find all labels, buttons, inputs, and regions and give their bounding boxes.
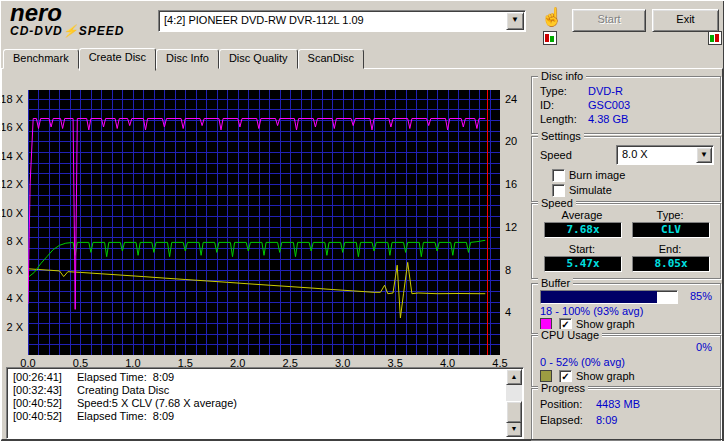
exit-button[interactable]: Exit: [652, 9, 719, 32]
scroll-thumb[interactable]: [506, 401, 522, 423]
buffer-percent: 85%: [678, 290, 712, 302]
speed-group: Speed Average Type: 7.68x CLV Start: End…: [531, 203, 721, 279]
disc-id-value: GSC003: [588, 99, 630, 111]
tab-disc-quality[interactable]: Disc Quality: [219, 49, 298, 69]
disc-type-value: DVD-R: [588, 85, 623, 97]
tab-bar: BenchmarkCreate DiscDisc InfoDisc Qualit…: [3, 48, 364, 70]
cpu-range-text: 0 - 52% (0% avg): [540, 356, 625, 368]
drive-selector-arrow-icon[interactable]: ▼: [506, 12, 524, 30]
tab-disc-info[interactable]: Disc Info: [156, 49, 219, 69]
y-right-tick-label: 8: [505, 264, 511, 276]
log-scrollbar[interactable]: ▲ ▼: [506, 369, 522, 437]
elapsed-value: 8:09: [596, 414, 617, 426]
type-label: Type:: [632, 209, 708, 221]
y-axis-right: 4812162024: [503, 90, 527, 355]
app-logo: nero CD-DVD⚡SPEED: [10, 2, 150, 38]
start-button[interactable]: Start: [572, 9, 646, 32]
y-left-tick-label: 12 X: [0, 178, 23, 190]
log-list: [00:26:41]Elapsed Time: 8:09[00:32:43]Cr…: [7, 368, 506, 438]
y-left-tick-label: 8 X: [6, 235, 23, 247]
burn-image-label: Burn image: [569, 169, 625, 181]
cpu-group: CPU Usage 0% 0 - 52% (0% avg) ✓ Show gra…: [531, 335, 721, 387]
buffer-bar-fill: [541, 291, 657, 303]
status-led-icon: [708, 31, 722, 45]
elapsed-label: Elapsed:: [540, 414, 583, 426]
activity-led-icon: [543, 31, 557, 45]
buffer-title: Buffer: [538, 277, 573, 289]
y-left-tick-label: 18 X: [0, 93, 23, 105]
hand-cursor-icon[interactable]: ☝: [540, 6, 564, 30]
chart-plot: [28, 90, 500, 355]
speed-title: Speed: [538, 197, 576, 209]
log-panel: [00:26:41]Elapsed Time: 8:09[00:32:43]Cr…: [6, 367, 524, 439]
buffer-range-text: 18 - 100% (93% avg): [540, 305, 643, 317]
y-left-tick-label: 4 X: [6, 292, 23, 304]
cpu-percent: 0%: [678, 341, 712, 353]
chart-plot-svg: [28, 90, 500, 355]
end-speed-label: End:: [632, 243, 708, 255]
speed-select[interactable]: 8.0 X ▼: [616, 145, 714, 165]
settings-title: Settings: [538, 130, 584, 142]
position-label: Position:: [540, 398, 582, 410]
speed-setting-label: Speed: [540, 149, 572, 161]
y-left-tick-label: 2 X: [6, 321, 23, 333]
drive-selector-value: [4:2] PIONEER DVD-RW DVR-112L 1.09: [164, 13, 505, 27]
log-line: [00:32:43]Creating Data Disc: [13, 384, 62, 397]
brand-name: nero: [10, 2, 150, 24]
tab-benchmark[interactable]: Benchmark: [3, 49, 79, 69]
scroll-up-icon[interactable]: ▲: [506, 369, 522, 385]
tab-create-disc[interactable]: Create Disc: [79, 48, 156, 71]
buffer-bar: [540, 290, 678, 304]
burn-image-checkbox[interactable]: [552, 169, 565, 182]
y-right-tick-label: 24: [505, 93, 517, 105]
progress-group: Progress Position: 4483 MB Elapsed: 8:09: [531, 388, 721, 441]
log-line: [00:40:52]Speed:5 X CLV (7.68 X average): [13, 397, 62, 410]
speed-select-arrow-icon[interactable]: ▼: [696, 147, 712, 163]
y-left-tick-label: 16 X: [0, 121, 23, 133]
start-speed-label: Start:: [544, 243, 620, 255]
progress-title: Progress: [538, 382, 588, 394]
disc-info-title: Disc info: [538, 70, 586, 82]
disc-length-value: 4.38 GB: [588, 113, 628, 125]
simulate-label: Simulate: [569, 184, 612, 196]
app-window: nero CD-DVD⚡SPEED [4:2] PIONEER DVD-RW D…: [0, 0, 724, 441]
y-right-tick-label: 12: [505, 221, 517, 233]
position-value: 4483 MB: [596, 398, 640, 410]
disc-info-group: Disc info Type: DVD-R ID: GSC003 Length:…: [531, 76, 721, 134]
cpu-graph-swatch: [540, 370, 552, 382]
disc-id-label: ID:: [540, 99, 554, 111]
disc-type-label: Type:: [540, 85, 567, 97]
y-left-tick-label: 6 X: [6, 264, 23, 276]
y-right-tick-label: 20: [505, 135, 517, 147]
type-value: CLV: [632, 222, 710, 238]
settings-group: Settings Speed 8.0 X ▼ Burn image Simula…: [531, 136, 721, 202]
speed-select-value: 8.0 X: [622, 148, 648, 161]
y-right-tick-label: 16: [505, 178, 517, 190]
log-line: [00:26:41]Elapsed Time: 8:09: [13, 371, 62, 384]
brand-product: CD-DVD⚡SPEED: [10, 24, 150, 38]
y-left-tick-label: 10 X: [0, 207, 23, 219]
scroll-down-icon[interactable]: ▼: [506, 421, 522, 437]
y-right-tick-label: 4: [505, 306, 511, 318]
simulate-checkbox[interactable]: [552, 184, 565, 197]
cpu-title: CPU Usage: [538, 329, 602, 341]
end-speed-value: 8.05x: [632, 256, 710, 272]
average-value: 7.68x: [544, 222, 622, 238]
start-speed-value: 5.47x: [544, 256, 622, 272]
drive-selector[interactable]: [4:2] PIONEER DVD-RW DVR-112L 1.09 ▼: [158, 10, 526, 32]
y-axis-left: 2 X4 X6 X8 X10 X12 X14 X16 X18 X: [0, 90, 26, 355]
y-left-tick-label: 14 X: [0, 150, 23, 162]
disc-length-label: Length:: [540, 113, 577, 125]
buffer-group: Buffer 85% 18 - 100% (93% avg) ✓ Show gr…: [531, 283, 721, 334]
average-label: Average: [544, 209, 620, 221]
tab-scandisc[interactable]: ScanDisc: [298, 49, 364, 69]
log-line: [00:40:52]Elapsed Time: 8:09: [13, 410, 62, 423]
cpu-show-graph-label: Show graph: [576, 370, 635, 382]
